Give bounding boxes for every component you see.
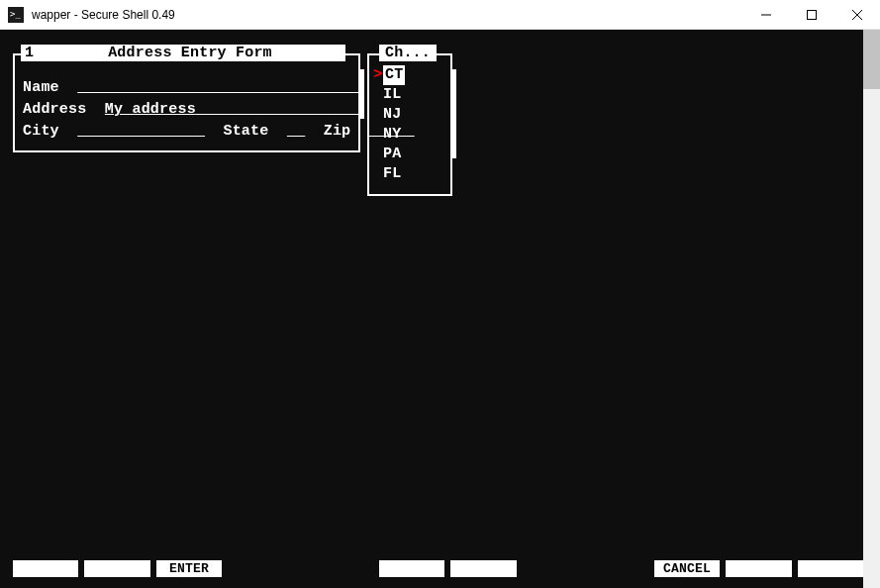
svg-rect-1 — [808, 10, 817, 19]
scrollbar-thumb[interactable] — [863, 30, 880, 89]
address-row: Address My address — [23, 99, 350, 121]
fkey-4[interactable] — [379, 560, 444, 577]
state-field[interactable] — [287, 123, 305, 140]
form-page-number: 1 — [25, 45, 39, 61]
form-scrollbar[interactable] — [358, 69, 364, 119]
fkey-5[interactable] — [450, 560, 516, 577]
address-label: Address — [23, 101, 86, 118]
city-state-zip-row: City State Zip — [23, 121, 350, 143]
list-item[interactable]: NY — [373, 125, 444, 145]
window-vertical-scrollbar[interactable] — [863, 30, 880, 588]
list-item[interactable]: FL — [373, 164, 444, 184]
fkey-8[interactable] — [798, 560, 863, 577]
popup-scrollbar[interactable] — [450, 69, 456, 158]
fkey-7[interactable] — [726, 560, 791, 577]
list-item[interactable]: PA — [373, 145, 444, 164]
fkey-1[interactable] — [13, 560, 78, 577]
popup-list: >CT IL NJ NY PA FL — [369, 55, 450, 194]
name-row: Name — [23, 77, 350, 99]
city-label: City — [23, 123, 59, 140]
name-field[interactable] — [77, 79, 359, 96]
function-key-bar: ENTER CANCEL — [13, 560, 863, 577]
window-titlebar: wapper - Secure Shell 0.49 — [0, 0, 880, 30]
fkey-2[interactable] — [84, 560, 149, 577]
zip-label: Zip — [324, 123, 351, 140]
city-field[interactable] — [77, 123, 205, 140]
enter-button[interactable]: ENTER — [156, 560, 222, 577]
list-item[interactable]: NJ — [373, 105, 444, 125]
state-chooser-popup: Ch... >CT IL NJ NY PA FL — [367, 53, 452, 196]
close-button[interactable] — [834, 0, 880, 30]
terminal-area: 1 Address Entry Form Name Address My add… — [0, 30, 880, 588]
address-entry-form: 1 Address Entry Form Name Address My add… — [13, 53, 360, 152]
name-label: Name — [23, 79, 59, 96]
selection-marker-icon: > — [373, 65, 383, 85]
list-item[interactable]: >CT — [373, 65, 444, 85]
window-title: wapper - Secure Shell 0.49 — [32, 8, 175, 22]
cancel-button[interactable]: CANCEL — [654, 560, 720, 577]
state-label: State — [223, 123, 268, 140]
maximize-button[interactable] — [789, 0, 834, 30]
form-title: Address Entry Form — [39, 45, 342, 61]
minimize-button[interactable] — [743, 0, 789, 30]
form-title-row: 1 Address Entry Form — [21, 45, 345, 61]
address-field[interactable]: My address — [105, 101, 360, 118]
app-icon — [8, 7, 24, 23]
popup-title: Ch... — [379, 45, 437, 61]
list-item[interactable]: IL — [373, 85, 444, 105]
